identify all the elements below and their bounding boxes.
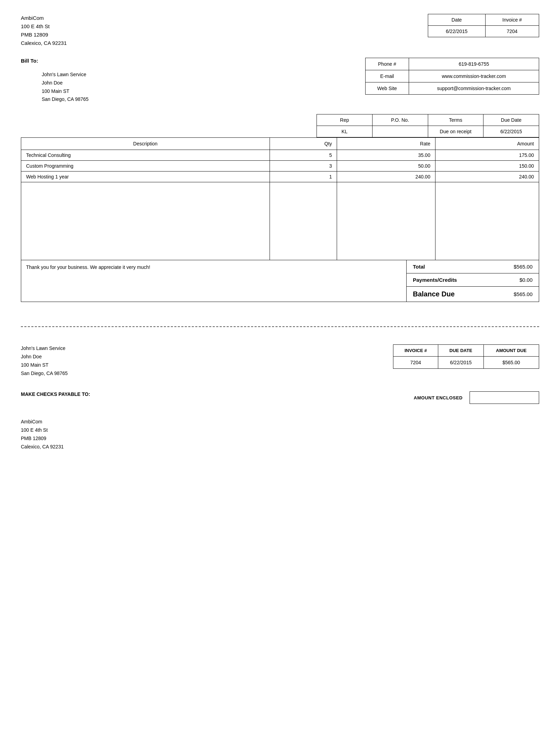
remit-invoice-col: INVOICE # xyxy=(393,345,438,357)
payments-row: Payments/Credits $0.00 xyxy=(407,273,539,287)
empty-amount xyxy=(435,205,539,216)
remit-contact-name: John Doe xyxy=(21,353,68,361)
invoice-section: AmbiCom 100 E 4th St PMB 12809 Calexico,… xyxy=(21,14,539,312)
amount-enclosed-box[interactable] xyxy=(470,391,539,404)
payable-company-name: AmbiCom xyxy=(21,418,539,426)
empty-amount xyxy=(435,182,539,193)
remit-amount-due-col: AMOUNT DUE xyxy=(483,345,539,357)
contact-table: Phone # 619-819-6755 E-mail www.commissi… xyxy=(365,58,539,95)
invoice-number-value: 7204 xyxy=(485,26,539,37)
empty-rate xyxy=(337,227,435,238)
thank-you-cell: Thank you for your business. We apprecia… xyxy=(21,260,407,302)
invoice-num-header: Invoice # xyxy=(485,14,539,26)
thank-you-text: Thank you for your business. We apprecia… xyxy=(26,264,150,270)
payable-to-address: AmbiCom 100 E 4th St PMB 12809 Calexico,… xyxy=(21,418,539,451)
empty-rate xyxy=(337,182,435,193)
table-row: Custom Programming 3 50.00 150.00 xyxy=(21,161,539,172)
totals-area: Total $565.00 Payments/Credits $0.00 Bal… xyxy=(407,260,539,302)
item-qty: 1 xyxy=(270,172,337,182)
make-checks-label: MAKE CHECKS PAYABLE TO: xyxy=(21,391,90,397)
empty-desc xyxy=(21,249,270,260)
remit-address1: 100 Main ST xyxy=(21,361,68,369)
balance-amount: $565.00 xyxy=(514,291,533,297)
empty-desc xyxy=(21,182,270,193)
empty-table-row xyxy=(21,205,539,216)
total-row: Total $565.00 xyxy=(407,260,539,273)
item-qty: 5 xyxy=(270,150,337,161)
company-address2: PMB 12809 xyxy=(21,31,67,39)
empty-rate xyxy=(337,216,435,227)
company-address: AmbiCom 100 E 4th St PMB 12809 Calexico,… xyxy=(21,14,67,47)
empty-desc xyxy=(21,238,270,249)
items-table: Description Qty Rate Amount Technical Co… xyxy=(21,137,539,260)
amount-enclosed-label: AMOUNT ENCLOSED xyxy=(414,395,463,400)
empty-rate xyxy=(337,249,435,260)
client-address2: San Diego, CA 98765 xyxy=(42,95,365,104)
item-rate: 240.00 xyxy=(337,172,435,182)
payments-label: Payments/Credits xyxy=(413,277,457,283)
payable-address3: Calexico, CA 92231 xyxy=(21,443,539,451)
item-amount: 240.00 xyxy=(435,172,539,182)
terms-header: Terms xyxy=(428,114,483,126)
remit-due-date-value: 6/22/2015 xyxy=(438,357,484,369)
empty-desc xyxy=(21,205,270,216)
date-value: 6/22/2015 xyxy=(428,26,486,37)
amount-enclosed-area: AMOUNT ENCLOSED xyxy=(414,391,539,404)
payable-address2: PMB 12809 xyxy=(21,435,539,443)
email-label: E-mail xyxy=(366,70,409,82)
empty-qty xyxy=(270,227,337,238)
due-date-value: 6/22/2015 xyxy=(483,126,539,137)
top-area: AmbiCom 100 E 4th St PMB 12809 Calexico,… xyxy=(21,14,539,47)
total-amount: $565.00 xyxy=(514,264,533,270)
company-name: AmbiCom xyxy=(21,14,67,22)
qty-header: Qty xyxy=(270,138,337,150)
table-row: Technical Consulting 5 35.00 175.00 xyxy=(21,150,539,161)
remittance-table: INVOICE # DUE DATE AMOUNT DUE 7204 6/22/… xyxy=(393,344,539,369)
po-header: P.O. No. xyxy=(372,114,428,126)
item-desc: Web Hosting 1 year xyxy=(21,172,270,182)
date-header: Date xyxy=(428,14,486,26)
total-label: Total xyxy=(413,264,425,270)
remittance-section: John's Lawn Service John Doe 100 Main ST… xyxy=(21,341,539,451)
empty-rate xyxy=(337,205,435,216)
empty-qty xyxy=(270,193,337,205)
item-rate: 50.00 xyxy=(337,161,435,172)
rep-value: KL xyxy=(317,126,373,137)
empty-desc xyxy=(21,216,270,227)
remittance-top: John's Lawn Service John Doe 100 Main ST… xyxy=(21,344,539,377)
item-desc: Technical Consulting xyxy=(21,150,270,161)
po-value xyxy=(372,126,428,137)
remit-amount-due-value: $565.00 xyxy=(483,357,539,369)
payable-address1: 100 E 4th St xyxy=(21,426,539,435)
empty-qty xyxy=(270,182,337,193)
empty-qty xyxy=(270,238,337,249)
remit-address2: San Diego, CA 98765 xyxy=(21,369,68,378)
invoice-bottom: Thank you for your business. We apprecia… xyxy=(21,260,539,302)
rep-header: Rep xyxy=(317,114,373,126)
remit-due-date-col: DUE DATE xyxy=(438,345,484,357)
empty-table-row xyxy=(21,193,539,205)
empty-qty xyxy=(270,249,337,260)
client-name: John's Lawn Service xyxy=(42,71,365,79)
amount-header: Amount xyxy=(435,138,539,150)
empty-amount xyxy=(435,249,539,260)
email-value: www.commission-tracker.com xyxy=(409,70,539,82)
rep-terms-table: Rep P.O. No. Terms Due Date KL Due on re… xyxy=(317,114,539,137)
rate-header: Rate xyxy=(337,138,435,150)
empty-amount xyxy=(435,216,539,227)
bill-to-label: Bill To: xyxy=(21,58,365,64)
empty-table-row xyxy=(21,238,539,249)
empty-table-row xyxy=(21,216,539,227)
bill-to-address: John's Lawn Service John Doe 100 Main ST… xyxy=(42,71,365,104)
empty-amount xyxy=(435,227,539,238)
phone-label: Phone # xyxy=(366,58,409,70)
balance-due-row: Balance Due $565.00 xyxy=(407,287,539,302)
empty-amount xyxy=(435,238,539,249)
empty-desc xyxy=(21,227,270,238)
bill-to-area: Bill To: John's Lawn Service John Doe 10… xyxy=(21,58,539,104)
bill-to-left: Bill To: John's Lawn Service John Doe 10… xyxy=(21,58,365,104)
item-amount: 150.00 xyxy=(435,161,539,172)
empty-desc xyxy=(21,193,270,205)
website-value: support@commission-tracker.com xyxy=(409,82,539,95)
table-row: Web Hosting 1 year 1 240.00 240.00 xyxy=(21,172,539,182)
